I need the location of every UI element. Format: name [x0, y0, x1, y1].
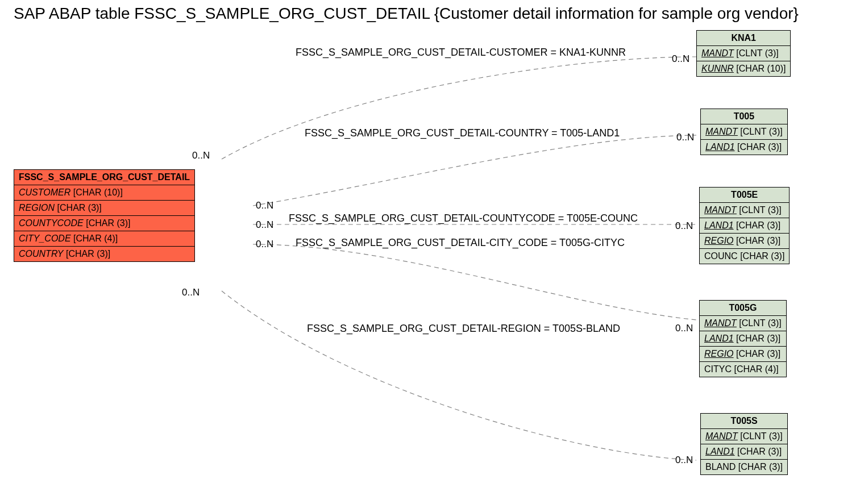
field-type: [CLNT (3)] [739, 205, 781, 215]
field-name: COUNTYCODE [19, 218, 84, 228]
field-name: MANDT [705, 431, 738, 441]
field-name: REGIO [704, 236, 734, 245]
field-type: [CHAR (10)] [73, 188, 123, 197]
field-type: [CHAR (3)] [736, 220, 780, 230]
entity-t005-field: LAND1 [CHAR (3)] [701, 140, 788, 155]
field-name: MANDT [704, 205, 737, 215]
field-name: LAND1 [705, 142, 735, 152]
cardinality-left-mid1: 0..N [256, 200, 273, 211]
field-type: [CHAR (3)] [57, 203, 102, 213]
entity-t005e-title: T005E [700, 188, 790, 203]
rel-label-kna1: FSSC_S_SAMPLE_ORG_CUST_DETAIL-CUSTOMER =… [296, 47, 626, 59]
entity-t005s-field: BLAND [CHAR (3)] [701, 460, 788, 475]
cardinality-right-t005: 0..N [676, 132, 694, 143]
field-type: [CLNT (3)] [740, 431, 782, 441]
entity-t005: T005 MANDT [CLNT (3)] LAND1 [CHAR (3)] [700, 109, 788, 155]
entity-main-field: CITY_CODE [CHAR (4)] [14, 231, 195, 247]
field-name: BLAND [705, 462, 736, 472]
field-type: [CHAR (3)] [740, 251, 784, 261]
entity-t005s-field: LAND1 [CHAR (3)] [701, 444, 788, 460]
field-name: REGIO [704, 349, 734, 359]
field-type: [CHAR (3)] [736, 334, 780, 343]
entity-t005g-field: LAND1 [CHAR (3)] [700, 331, 787, 347]
rel-label-t005s: FSSC_S_SAMPLE_ORG_CUST_DETAIL-REGION = T… [307, 323, 620, 335]
field-type: [CHAR (4)] [73, 234, 118, 243]
field-name: MANDT [701, 48, 734, 58]
entity-t005g-title: T005G [700, 301, 787, 316]
field-type: [CLNT (3)] [740, 127, 782, 136]
field-name: LAND1 [705, 447, 735, 456]
field-type: [CHAR (3)] [86, 218, 130, 228]
rel-line-t005s [222, 291, 696, 460]
entity-main-field: COUNTRY [CHAR (3)] [14, 247, 195, 262]
entity-t005g-field: CITYC [CHAR (4)] [700, 362, 787, 377]
field-name: COUNC [704, 251, 738, 261]
entity-t005g: T005G MANDT [CLNT (3)] LAND1 [CHAR (3)] … [699, 300, 787, 377]
cardinality-right-kna1: 0..N [672, 53, 689, 65]
entity-t005e-field: COUNC [CHAR (3)] [700, 249, 790, 264]
field-name: KUNNR [701, 64, 734, 73]
field-type: [CHAR (3)] [736, 236, 780, 245]
field-name: MANDT [704, 318, 737, 328]
rel-line-kna1 [222, 57, 696, 159]
field-type: [CHAR (3)] [737, 447, 782, 456]
field-type: [CLNT (3)] [736, 48, 778, 58]
entity-t005s-field: MANDT [CLNT (3)] [701, 429, 788, 444]
entity-kna1: KNA1 MANDT [CLNT (3)] KUNNR [CHAR (10)] [696, 30, 791, 77]
cardinality-right-t005s: 0..N [675, 455, 693, 466]
entity-kna1-field: MANDT [CLNT (3)] [697, 46, 791, 61]
entity-main-field: CUSTOMER [CHAR (10)] [14, 185, 195, 201]
field-name: COUNTRY [19, 249, 64, 259]
rel-line-t005g [253, 244, 696, 320]
cardinality-left-bottom: 0..N [182, 287, 200, 298]
entity-main: FSSC_S_SAMPLE_ORG_CUST_DETAIL CUSTOMER [… [14, 169, 195, 262]
entity-t005e-field: MANDT [CLNT (3)] [700, 203, 790, 218]
field-type: [CHAR (10)] [736, 64, 786, 73]
field-name: MANDT [705, 127, 738, 136]
cardinality-right-t005e: 0..N [675, 220, 693, 232]
cardinality-left-mid2: 0..N [256, 219, 273, 231]
entity-kna1-field: KUNNR [CHAR (10)] [697, 61, 791, 77]
cardinality-left-top: 0..N [192, 150, 210, 161]
field-type: [CHAR (3)] [66, 249, 110, 259]
entity-t005g-field: REGIO [CHAR (3)] [700, 347, 787, 362]
rel-line-t005 [253, 135, 696, 206]
entity-main-field: REGION [CHAR (3)] [14, 201, 195, 216]
field-name: CITY_CODE [19, 234, 71, 243]
entity-t005-title: T005 [701, 109, 788, 124]
entity-t005e-field: REGIO [CHAR (3)] [700, 234, 790, 249]
entity-t005s-title: T005S [701, 414, 788, 429]
entity-main-title: FSSC_S_SAMPLE_ORG_CUST_DETAIL [14, 170, 195, 185]
field-type: [CHAR (3)] [736, 349, 780, 359]
field-name: CITYC [704, 364, 732, 374]
field-type: [CHAR (3)] [737, 142, 782, 152]
field-name: LAND1 [704, 220, 734, 230]
cardinality-left-mid3: 0..N [256, 239, 273, 250]
field-name: LAND1 [704, 334, 734, 343]
entity-t005e: T005E MANDT [CLNT (3)] LAND1 [CHAR (3)] … [699, 187, 790, 264]
field-name: CUSTOMER [19, 188, 70, 197]
rel-label-t005g: FSSC_S_SAMPLE_ORG_CUST_DETAIL-CITY_CODE … [296, 237, 625, 249]
entity-t005-field: MANDT [CLNT (3)] [701, 124, 788, 140]
field-name: REGION [19, 203, 55, 213]
entity-t005e-field: LAND1 [CHAR (3)] [700, 218, 790, 234]
cardinality-right-t005g: 0..N [675, 323, 693, 334]
entity-main-field: COUNTYCODE [CHAR (3)] [14, 216, 195, 231]
diagram-title: SAP ABAP table FSSC_S_SAMPLE_ORG_CUST_DE… [14, 5, 799, 23]
field-type: [CHAR (3)] [738, 462, 783, 472]
entity-t005g-field: MANDT [CLNT (3)] [700, 316, 787, 331]
entity-kna1-title: KNA1 [697, 31, 791, 46]
field-type: [CHAR (4)] [734, 364, 778, 374]
field-type: [CLNT (3)] [739, 318, 781, 328]
rel-label-t005: FSSC_S_SAMPLE_ORG_CUST_DETAIL-COUNTRY = … [305, 127, 620, 139]
entity-t005s: T005S MANDT [CLNT (3)] LAND1 [CHAR (3)] … [700, 413, 788, 475]
rel-label-t005e: FSSC_S_SAMPLE_ORG_CUST_DETAIL-COUNTYCODE… [289, 213, 638, 224]
